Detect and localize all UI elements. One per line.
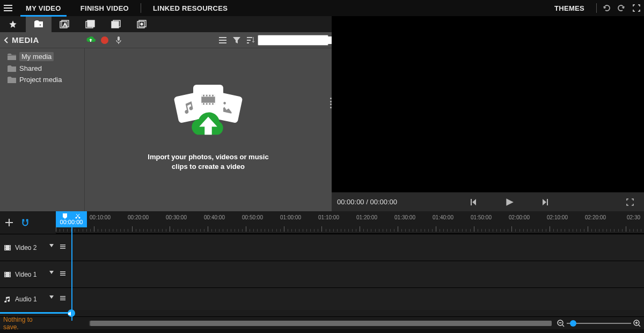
tab-linked-resources[interactable]: LINKED RESOURCES (143, 0, 237, 16)
speaker-icon (68, 311, 73, 316)
track-body[interactable] (72, 288, 644, 310)
playhead-line (71, 227, 72, 321)
tabicon-favorites[interactable] (0, 16, 26, 32)
play-button[interactable] (501, 194, 518, 211)
tree-item-project-media[interactable]: Project media (0, 74, 84, 85)
svg-rect-10 (118, 36, 120, 41)
svg-rect-56 (60, 299, 65, 300)
track-dropdown[interactable] (49, 271, 57, 278)
playhead[interactable]: 00:00:00 (56, 211, 87, 227)
record-button[interactable] (98, 32, 112, 48)
svg-rect-45 (5, 272, 6, 273)
svg-rect-43 (60, 248, 65, 249)
nav-separator-2 (596, 3, 597, 13)
svg-rect-28 (203, 103, 204, 105)
zoom-slider[interactable] (567, 323, 631, 324)
marker-icon (62, 213, 68, 219)
sort-button[interactable] (244, 32, 258, 48)
ruler-label: 02:20:00 (576, 214, 614, 220)
themes-button[interactable]: THEMES (545, 0, 594, 16)
tree-item-shared[interactable]: Shared (0, 63, 84, 74)
video-track-icon (4, 245, 12, 251)
ruler-label: 01:00:00 (272, 214, 310, 220)
svg-rect-13 (219, 42, 226, 43)
next-frame-button[interactable] (537, 194, 554, 211)
svg-rect-52 (60, 273, 65, 274)
voiceover-button[interactable] (112, 32, 126, 48)
filter-button[interactable] (230, 32, 244, 48)
svg-rect-35 (5, 246, 6, 247)
import-drop-area[interactable]: Import your photos, videos or music clip… (85, 48, 332, 211)
status-message: Nothing to save. (3, 316, 46, 331)
svg-rect-19 (247, 42, 249, 43)
svg-rect-37 (5, 249, 6, 250)
ruler-label: 01:30:00 (386, 214, 424, 220)
svg-point-14 (219, 37, 220, 38)
import-text: Import your photos, videos or music clip… (148, 152, 268, 172)
prev-frame-button[interactable] (464, 194, 481, 211)
tab-my-video[interactable]: MY VIDEO (16, 0, 71, 16)
zoom-in-button[interactable] (633, 320, 641, 327)
svg-rect-42 (60, 246, 65, 247)
audio-track-icon (4, 296, 12, 302)
ruler-label: 00:20:00 (119, 214, 157, 220)
timeline-scrollbar[interactable] (89, 321, 552, 326)
track-menu[interactable] (60, 244, 68, 251)
svg-rect-18 (247, 40, 251, 41)
tabicon-overlays[interactable] (129, 16, 155, 32)
zoom-out-button[interactable] (557, 320, 565, 327)
svg-rect-40 (10, 249, 11, 250)
svg-rect-54 (60, 296, 65, 297)
svg-rect-38 (10, 246, 11, 247)
fullscreen-button[interactable] (629, 0, 644, 16)
audio-volume-bar[interactable] (0, 312, 72, 314)
tree-item-my-media[interactable]: My media (0, 50, 84, 63)
tabicon-transitions[interactable] (77, 16, 103, 32)
track-dropdown[interactable] (49, 295, 57, 303)
track-body[interactable] (72, 234, 644, 261)
svg-rect-39 (10, 247, 11, 248)
undo-button[interactable] (599, 0, 614, 16)
search-input[interactable] (260, 36, 341, 44)
track-body[interactable] (72, 261, 644, 287)
ruler-label: 00:30:00 (157, 214, 195, 220)
tab-finish-video[interactable]: FINISH VIDEO (71, 0, 138, 16)
tabicon-effects[interactable] (103, 16, 129, 32)
playhead-time: 00:00:00 (60, 219, 83, 225)
ruler-label: 02:10:00 (538, 214, 576, 220)
tree-label: Shared (19, 64, 42, 72)
media-panel-title[interactable]: MEDIA (3, 35, 84, 45)
svg-rect-25 (206, 95, 208, 97)
track-dropdown[interactable] (49, 244, 57, 251)
ruler-label: 00:40:00 (195, 214, 233, 220)
svg-rect-4 (87, 20, 94, 27)
track-label: Audio 1 (15, 295, 37, 303)
svg-rect-51 (60, 271, 65, 272)
menu-button[interactable] (0, 0, 16, 16)
svg-rect-55 (60, 298, 65, 299)
track-menu[interactable] (60, 271, 68, 278)
media-title-text: MEDIA (12, 35, 39, 45)
svg-rect-12 (219, 40, 226, 41)
snap-toggle[interactable] (19, 217, 31, 228)
timeline-ruler[interactable]: 00:10:0000:20:0000:30:0000:40:0000:50:00… (56, 211, 644, 234)
view-list-button[interactable] (216, 32, 230, 48)
redo-button[interactable] (614, 0, 629, 16)
ruler-label: 02:30 (614, 214, 644, 220)
scrollbar-thumb[interactable] (90, 321, 552, 326)
svg-rect-29 (206, 103, 208, 105)
ruler-label: 00:50:00 (233, 214, 272, 220)
preview-canvas[interactable] (332, 16, 644, 192)
import-cloud-button[interactable] (84, 32, 98, 48)
video-track-icon (4, 271, 12, 278)
add-track-button[interactable] (3, 217, 15, 228)
preview-fullscreen-button[interactable] (621, 194, 639, 211)
tabicon-titles[interactable]: A (52, 16, 77, 32)
ruler-label: 02:00:00 (500, 214, 538, 220)
panel-resize-handle[interactable] (330, 98, 333, 108)
track-menu[interactable] (60, 295, 68, 303)
preview-timecode: 00:00:00 / 00:00:00 (337, 198, 397, 206)
search-input-wrap[interactable] (258, 35, 328, 46)
svg-rect-41 (60, 245, 65, 246)
tabicon-media[interactable] (26, 16, 52, 32)
